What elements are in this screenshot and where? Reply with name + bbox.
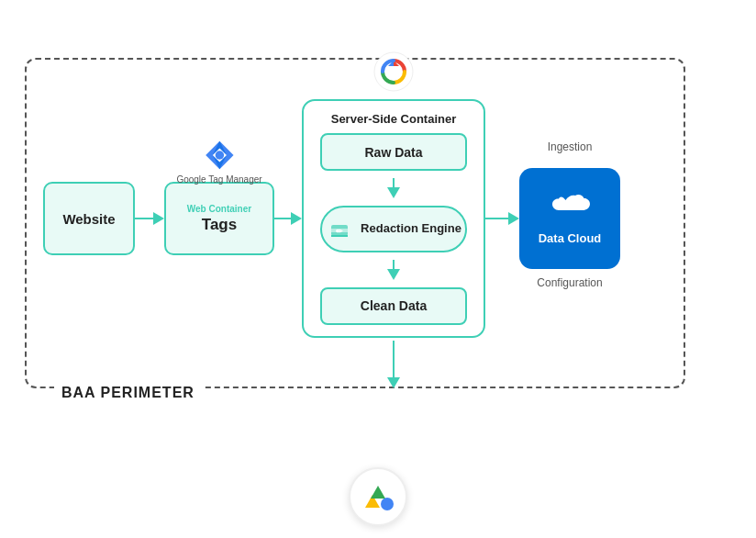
gtm-icon [202, 138, 237, 173]
v-arrow-head-1 [387, 187, 400, 198]
arrow-line-3 [485, 218, 508, 220]
gcp-icon [373, 51, 414, 92]
salesforce-wrapper: Ingestion Data Cloud Configuration [519, 168, 620, 269]
arrow-line [135, 218, 153, 220]
arrow-3 [485, 212, 519, 225]
configuration-label: Configuration [537, 276, 602, 289]
ingestion-label: Ingestion [548, 140, 593, 153]
web-container-title: Web Container [187, 204, 251, 214]
server-container-title: Server-Side Container [331, 112, 457, 126]
v-arrow-2 [387, 260, 400, 280]
server-container-wrapper: Server-Side Container Raw Data [302, 99, 485, 338]
website-box: Website [43, 182, 135, 255]
website-label: Website [62, 211, 115, 227]
google-ads-icon [360, 478, 396, 515]
gtm-label: Google Tag Manager [176, 174, 261, 185]
salesforce-box: Data Cloud [519, 168, 620, 269]
baa-label: BAA PERIMETER [54, 385, 202, 401]
flow-area: Website Google Tag Manager Web Container [43, 76, 667, 361]
v-arrow-1 [387, 178, 400, 198]
down-arrow-line [393, 341, 395, 377]
v-arrow-line-2 [393, 260, 395, 269]
google-ads-circle [349, 467, 407, 526]
clean-data-label: Clean Data [361, 298, 427, 313]
arrow-head-2 [291, 212, 302, 225]
redaction-icon: ✏ [326, 216, 353, 243]
raw-data-box: Raw Data [320, 133, 467, 171]
down-arrow-head [387, 377, 400, 388]
raw-data-label: Raw Data [364, 145, 422, 160]
redaction-engine-label: Redaction Engine [361, 221, 461, 237]
redaction-engine-box: ✏ Redaction Engine [320, 206, 467, 252]
gcp-logo-wrapper [373, 51, 414, 95]
svg-marker-13 [371, 486, 385, 499]
clean-data-box: Clean Data [320, 287, 467, 325]
svg-point-12 [381, 498, 394, 510]
gtm-logo-wrapper: Google Tag Manager [176, 138, 261, 185]
arrow-2 [274, 212, 302, 225]
v-arrow-line-1 [393, 178, 395, 187]
arrow-line-2 [274, 218, 291, 220]
arrow-1 [135, 212, 164, 225]
svg-text:✏: ✏ [336, 227, 343, 236]
web-container-wrapper: Google Tag Manager Web Container Tags [164, 182, 274, 255]
server-container-box: Server-Side Container Raw Data [302, 99, 485, 338]
google-ads-wrapper [349, 467, 407, 526]
diagram-wrapper: BAA PERIMETER Website Google Tag Manager [16, 12, 740, 526]
data-cloud-label: Data Cloud [539, 231, 602, 245]
arrow-head-3 [508, 212, 519, 225]
down-arrow-server [387, 341, 400, 388]
v-arrow-head-2 [387, 269, 400, 280]
svg-point-3 [215, 151, 224, 160]
arrow-head [153, 212, 164, 225]
salesforce-logo-icon [544, 193, 595, 226]
web-container-box: Web Container Tags [164, 182, 274, 255]
web-container-tags: Tags [202, 216, 237, 234]
